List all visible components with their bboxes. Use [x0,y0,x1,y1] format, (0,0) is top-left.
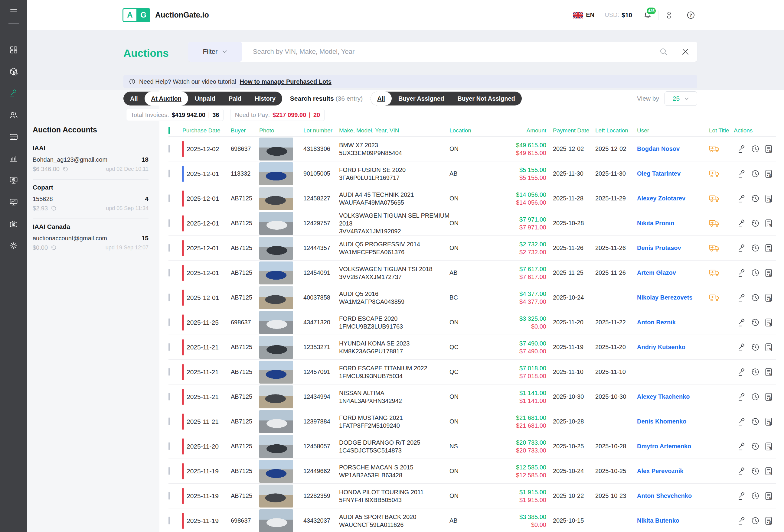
relist-auction-icon[interactable] [737,145,747,153]
relist-auction-icon[interactable] [737,492,747,501]
row-checkbox[interactable] [168,368,170,376]
notifications-button[interactable]: 425 [643,10,652,20]
table-row[interactable]: 2025-11-19 698637 43432037 AUDI A5 SPORT… [168,508,776,532]
table-row[interactable]: 2025-11-21 AB7125 12397884 FORD MUSTANG … [168,409,776,434]
sidebar-item-lots[interactable] [8,66,19,77]
col-make-model[interactable]: Make, Model, Year, VIN [339,127,449,134]
refresh-history-icon[interactable] [51,245,57,250]
relist-auction-icon[interactable] [737,244,747,253]
sidebar-item-settings[interactable] [8,241,19,251]
refresh-history-icon[interactable] [63,166,68,172]
table-row[interactable]: 2025-12-01 AB7125 40037858 AUDI Q5 2016 … [168,285,776,310]
vehicle-photo[interactable] [259,410,293,433]
user-link[interactable]: Denis Khomenko [637,418,686,425]
invoice-icon[interactable]: $ [764,244,773,253]
user-link[interactable]: Anton Shevchenko [637,493,692,499]
history-icon[interactable] [751,194,760,203]
relist-auction-icon[interactable] [737,442,747,451]
vehicle-photo[interactable] [259,286,293,309]
vehicle-photo[interactable] [259,138,293,160]
col-location[interactable]: Location [449,127,507,134]
relist-auction-icon[interactable] [737,516,747,525]
sidebar-item-clients[interactable] [8,110,19,120]
table-row[interactable]: 2025-12-01 AB7125 12454091 VOLKSWAGEN TI… [168,261,776,285]
sidebar-item-auctions[interactable] [8,88,19,98]
history-icon[interactable] [751,293,760,302]
row-checkbox[interactable] [168,294,170,301]
language-selector[interactable]: EN [573,11,594,19]
vehicle-photo[interactable] [259,237,293,260]
tab-history[interactable]: History [248,92,282,106]
vehicle-photo[interactable] [259,509,293,532]
col-user[interactable]: User [637,127,709,134]
history-icon[interactable] [751,516,760,525]
row-checkbox[interactable] [168,467,170,475]
tab-buyer-assigned[interactable]: Buyer Assigned [392,92,451,106]
vehicle-photo[interactable] [259,187,293,210]
history-icon[interactable] [751,268,760,277]
relist-auction-icon[interactable] [737,367,747,377]
relist-auction-icon[interactable] [737,293,747,302]
history-icon[interactable] [751,467,760,476]
truck-icon[interactable] [709,170,734,178]
help-button[interactable]: ? [686,10,696,20]
invoice-icon[interactable]: $ [764,467,773,476]
sidebar-item-monitoring[interactable] [8,175,19,186]
invoice-icon[interactable]: $ [764,219,773,228]
history-icon[interactable] [751,169,760,178]
col-purchase-date[interactable]: Purchase Date [183,127,231,134]
table-row[interactable]: 2025-11-25 698637 43471320 FORD ESCAPE 2… [168,310,776,335]
relist-auction-icon[interactable] [737,194,747,203]
relist-auction-icon[interactable] [737,268,747,277]
truck-icon[interactable] [709,269,734,277]
invoice-icon[interactable]: $ [764,268,773,277]
row-checkbox[interactable] [168,516,170,525]
table-row[interactable]: 2025-12-01 AB7125 12429757 VOLKSWAGEN TI… [168,211,776,236]
user-link[interactable]: Bogdan Nosov [637,145,680,152]
relist-auction-icon[interactable] [737,417,747,426]
invoice-icon[interactable]: $ [764,442,773,451]
invoice-icon[interactable]: $ [764,194,773,203]
account-item-iaai-canada[interactable]: IAAI Canada auctionaccount@gmail.com 15 … [33,219,148,258]
row-checkbox[interactable] [168,269,170,276]
relist-auction-icon[interactable] [737,343,747,352]
vehicle-photo[interactable] [259,435,293,458]
clear-search-icon[interactable] [681,48,689,56]
truck-icon[interactable] [709,219,734,228]
sidebar-item-finance[interactable]: $ [8,219,19,229]
page-size-select[interactable]: 25 [665,91,697,106]
row-checkbox[interactable] [168,417,170,425]
user-link[interactable]: Andriy Kutsenko [637,344,685,350]
invoice-icon[interactable]: $ [764,318,773,327]
banner-tutorial-link[interactable]: How to manage Purchased Lots [240,78,332,85]
truck-icon[interactable] [709,244,734,253]
history-icon[interactable] [751,343,760,352]
row-checkbox[interactable] [168,492,170,500]
user-link[interactable]: Oleg Tatarintev [637,170,680,177]
truck-icon[interactable] [709,195,734,203]
vehicle-photo[interactable] [259,460,293,483]
invoice-icon[interactable]: $ [764,417,773,426]
invoice-icon[interactable]: $ [764,169,773,178]
history-icon[interactable] [751,492,760,501]
select-all-checkbox[interactable] [168,127,170,134]
account-item-copart[interactable]: Copart 155628 4 $2.93 upd 05 Sep 11:34 [33,180,148,219]
col-left-location[interactable]: Left Location [595,127,637,134]
filter-button[interactable]: Filter [188,42,242,62]
tab-unpaid[interactable]: Unpaid [188,92,222,106]
invoice-icon[interactable]: $ [764,293,773,302]
table-row[interactable]: 2025-11-19 AB7125 12449662 PORSCHE MACAN… [168,459,776,484]
invoice-icon[interactable]: $ [764,145,773,153]
user-link[interactable]: Alexey Tkachenko [637,393,690,400]
row-checkbox[interactable] [168,244,170,252]
sidebar-item-dashboard[interactable] [8,45,19,55]
invoice-icon[interactable]: $ [764,492,773,501]
profile-button[interactable] [665,10,674,20]
user-link[interactable]: Anton Reznik [637,319,676,326]
sidebar-item-reports[interactable] [8,197,19,207]
tab-paid[interactable]: Paid [222,92,248,106]
user-link[interactable]: Alex Perevoznik [637,468,683,474]
col-lot-number[interactable]: Lot number [303,127,339,134]
tab-at-auction[interactable]: At Auction [145,92,188,106]
relist-auction-icon[interactable] [737,318,747,327]
